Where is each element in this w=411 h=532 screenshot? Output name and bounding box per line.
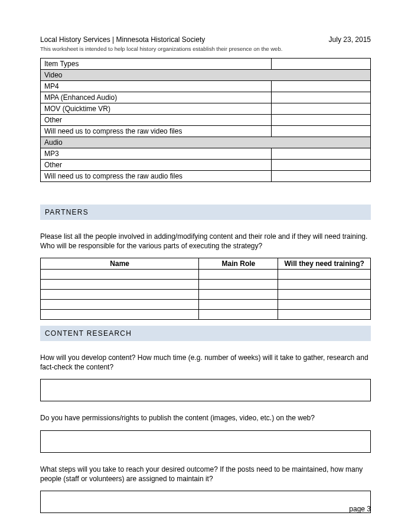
answer-box-2[interactable] (40, 430, 371, 453)
table-cell-blank (272, 114, 371, 125)
table-row: Video (41, 69, 371, 80)
table-cell-blank (272, 170, 371, 181)
item-types-cell-blank (272, 58, 371, 69)
partners-heading: PARTNERS (40, 205, 371, 220)
header-date: July 23, 2015 (329, 35, 371, 45)
table-cell-blank (272, 159, 371, 170)
page-number: page 3 (349, 505, 371, 513)
page-content: Local History Services | Minnesota Histo… (0, 0, 411, 532)
table-row (41, 289, 371, 299)
table-row: MP4 (41, 80, 272, 92)
table-cell-blank (272, 125, 371, 137)
partners-intro-line2: Who will be responsible for the various … (40, 242, 262, 250)
partners-col-name: Name (41, 258, 199, 269)
content-research-heading: CONTENT RESEARCH (40, 326, 371, 341)
table-row: Other (41, 114, 272, 125)
partners-col-training: Will they need training? (278, 258, 371, 269)
partners-intro-line1: Please list all the people involved in a… (40, 232, 367, 241)
answer-box-1[interactable] (40, 379, 371, 401)
partners-intro: Please list all the people involved in a… (40, 232, 371, 251)
table-row (41, 299, 371, 309)
question-2: Do you have permissions/rights to publis… (40, 413, 371, 423)
table-cell-blank (272, 103, 371, 114)
question-3: What steps will you take to reach your d… (40, 465, 371, 484)
header-subtitle: This worksheet is intended to help local… (40, 46, 371, 52)
partners-col-role: Main Role (199, 258, 278, 269)
table-row: Will need us to compress the raw video f… (41, 125, 272, 137)
question-1: How will you develop content? How much t… (40, 353, 371, 372)
header-title: Local History Services | Minnesota Histo… (40, 35, 205, 45)
item-types-heading: Item Types (41, 58, 272, 69)
table-cell-blank (272, 92, 371, 103)
table-row: MOV (Quicktime VR) (41, 103, 272, 114)
header-row: Local History Services | Minnesota Histo… (40, 35, 371, 45)
table-row: Audio (41, 137, 371, 148)
table-row: MPA (Enhanced Audio) (41, 92, 272, 103)
partners-table: Name Main Role Will they need training? (40, 258, 371, 320)
table-row (41, 309, 371, 319)
answer-box-3[interactable] (40, 491, 371, 513)
table-row (41, 279, 371, 289)
table-row: Other (41, 159, 272, 170)
item-types-table: Item Types Video MP4 MPA (Enhanced Audio… (40, 58, 371, 182)
table-row (41, 269, 371, 279)
table-cell-blank (272, 80, 371, 92)
table-cell-blank (272, 148, 371, 159)
table-row: MP3 (41, 148, 272, 159)
table-row: Will need us to compress the raw audio f… (41, 170, 272, 181)
